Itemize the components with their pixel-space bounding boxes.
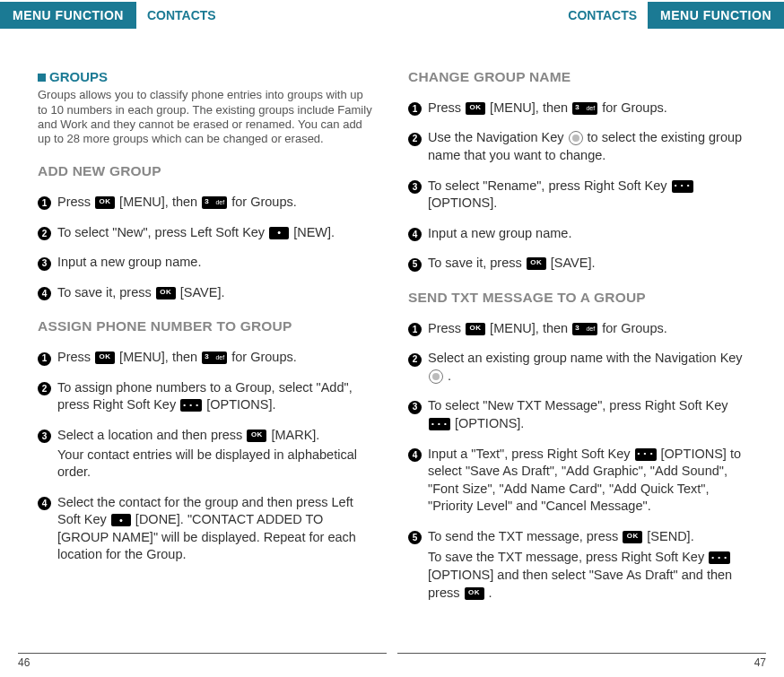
step: 1 Press [MENU], then 3def for Groups. — [408, 320, 746, 338]
step-number-icon: 4 — [408, 448, 422, 462]
subhead-add-new-group: ADD NEW GROUP — [38, 162, 376, 181]
page-number-right: 47 — [428, 655, 766, 670]
ok-key-icon — [466, 102, 485, 115]
step: 3 Input a new group name. — [38, 254, 376, 272]
step-text: Press [MENU], then 3def for Groups. — [57, 349, 376, 367]
header-right: CONTACTS MENU FUNCTION — [408, 0, 784, 30]
left-softkey-icon — [111, 514, 131, 526]
three-key-icon: 3def — [202, 196, 227, 209]
subhead-send-txt: SEND TXT MESSAGE TO A GROUP — [408, 289, 746, 308]
step-number-icon: 2 — [408, 353, 422, 367]
ok-key-icon — [527, 257, 546, 270]
step-text: Use the Navigation Key to select the exi… — [428, 129, 746, 164]
footer-rule — [18, 653, 387, 654]
right-softkey-icon — [672, 180, 693, 193]
right-softkey-icon — [635, 448, 657, 461]
section-label-right: CONTACTS — [568, 7, 637, 24]
step-text: Press [MENU], then 3def for Groups. — [57, 194, 376, 212]
step: 4 Input a new group name. — [408, 225, 746, 243]
ok-key-icon — [465, 587, 484, 600]
step: 5 To save it, press [SAVE]. — [408, 255, 746, 273]
step: 2 To select "New", press Left Soft Key [… — [38, 224, 376, 242]
step-text: To assign phone numbers to a Group, sele… — [57, 379, 376, 414]
step-number-icon: 2 — [38, 227, 51, 240]
step-number-icon: 1 — [408, 102, 422, 116]
ok-key-icon — [466, 323, 485, 335]
step-text: To select "New TXT Message", press Right… — [428, 397, 746, 432]
step-number-icon: 5 — [408, 258, 422, 272]
menu-tab-right: MENU FUNCTION — [648, 2, 784, 30]
page-left: MENU FUNCTION CONTACTS GROUPS Groups all… — [0, 0, 392, 677]
section-title-text: GROUPS — [49, 69, 108, 84]
step: 4 To save it, press [SAVE]. — [38, 284, 376, 302]
step-text: To send the TXT message, press [SEND]. T… — [428, 528, 746, 602]
step-text: To select "New", press Left Soft Key [NE… — [57, 224, 376, 242]
step-number-icon: 1 — [38, 196, 51, 210]
three-key-icon: 3def — [572, 102, 597, 115]
step: 3 To select "Rename", press Right Soft K… — [408, 178, 746, 213]
three-key-icon: 3def — [202, 352, 227, 364]
step-number-icon: 4 — [38, 497, 51, 510]
step-number-icon: 3 — [38, 430, 51, 443]
step-text: Input a "Text", press Right Soft Key [OP… — [428, 446, 746, 516]
ok-key-icon — [247, 430, 266, 442]
step-number-icon: 2 — [408, 133, 422, 146]
step: 4 Input a "Text", press Right Soft Key [… — [408, 446, 746, 516]
ok-key-icon — [95, 196, 115, 209]
step-number-icon: 3 — [408, 401, 422, 414]
three-key-icon: 3def — [572, 323, 597, 335]
page-right: CONTACTS MENU FUNCTION CHANGE GROUP NAME… — [392, 0, 784, 677]
step: 2 Select an existing group name with the… — [408, 350, 746, 385]
step-text: To select "Rename", press Right Soft Key… — [428, 178, 746, 213]
page-spread: MENU FUNCTION CONTACTS GROUPS Groups all… — [0, 0, 784, 677]
right-softkey-icon — [709, 551, 730, 564]
subhead-change-group-name: CHANGE GROUP NAME — [408, 68, 746, 87]
step-text: Select the contact for the group and the… — [57, 494, 376, 564]
step: 1 Press [MENU], then 3def for Groups. — [38, 194, 376, 212]
step: 3 Select a location and then press [MARK… — [38, 427, 376, 482]
ok-key-icon — [95, 352, 115, 364]
step-text: Select a location and then press [MARK].… — [57, 427, 376, 482]
square-bullet-icon — [38, 74, 46, 82]
step: 1 Press [MENU], then 3def for Groups. — [38, 349, 376, 367]
subhead-assign-number: ASSIGN PHONE NUMBER TO GROUP — [38, 317, 376, 336]
step-number-icon: 4 — [408, 228, 422, 241]
groups-intro: Groups allows you to classify phone entr… — [38, 88, 376, 146]
menu-tab-left: MENU FUNCTION — [0, 2, 136, 30]
step: 2 Use the Navigation Key to select the e… — [408, 129, 746, 164]
step-number-icon: 4 — [38, 287, 51, 300]
step-number-icon: 1 — [38, 352, 51, 366]
page-number-left: 46 — [18, 655, 356, 670]
step-text: Press [MENU], then 3def for Groups. — [428, 320, 746, 338]
step-number-icon: 5 — [408, 531, 422, 544]
section-title-groups: GROUPS — [38, 68, 376, 86]
step-text: To save it, press [SAVE]. — [428, 255, 746, 273]
step-number-icon: 1 — [408, 323, 422, 336]
step-text: Select an existing group name with the N… — [428, 350, 746, 385]
section-label-left: CONTACTS — [147, 7, 216, 24]
ok-key-icon — [156, 287, 176, 299]
step-number-icon: 3 — [408, 180, 422, 194]
step-text: Input a new group name. — [57, 254, 376, 272]
footer-rule — [397, 653, 766, 654]
step: 3 To select "New TXT Message", press Rig… — [408, 397, 746, 432]
step: 4 Select the contact for the group and t… — [38, 494, 376, 564]
step-number-icon: 2 — [38, 382, 51, 395]
step: 2 To assign phone numbers to a Group, se… — [38, 379, 376, 414]
step: 1 Press [MENU], then 3def for Groups. — [408, 100, 746, 117]
header-left: MENU FUNCTION CONTACTS — [0, 0, 376, 30]
step-text: Press [MENU], then 3def for Groups. — [428, 100, 746, 117]
right-softkey-icon — [180, 399, 202, 412]
step-number-icon: 3 — [38, 257, 51, 271]
navigation-key-icon — [429, 369, 443, 384]
ok-key-icon — [623, 531, 642, 543]
right-softkey-icon — [429, 418, 450, 430]
step-text: To save it, press [SAVE]. — [57, 284, 376, 302]
left-softkey-icon — [269, 227, 289, 239]
step-text: Input a new group name. — [428, 225, 746, 243]
navigation-key-icon — [569, 131, 583, 145]
step: 5 To send the TXT message, press [SEND].… — [408, 528, 746, 602]
